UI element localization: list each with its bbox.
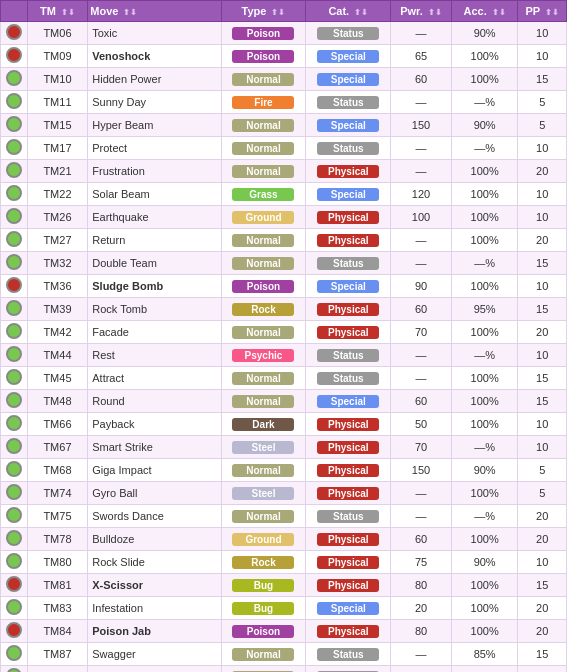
row-accuracy: 90% [451,551,518,574]
sort-pp-icon[interactable]: ⬆⬇ [545,8,559,17]
row-accuracy: 100% [451,160,518,183]
table-row[interactable]: TM44RestPsychicStatus——%10 [1,344,567,367]
table-row[interactable]: TM45AttractNormalStatus—100%15 [1,367,567,390]
table-row[interactable]: TM06ToxicPoisonStatus—90%10 [1,22,567,45]
sort-cat-icon[interactable]: ⬆⬇ [354,8,368,17]
category-badge: Special [317,119,379,132]
row-pp: 5 [518,482,567,505]
table-row[interactable]: TM80Rock SlideRockPhysical7590%10 [1,551,567,574]
row-tm: TM11 [27,91,88,114]
table-row[interactable]: TM21FrustrationNormalPhysical—100%20 [1,160,567,183]
row-category: Status [306,505,391,528]
row-accuracy: 90% [451,114,518,137]
col-tm[interactable]: TM ⬆⬇ [27,1,88,22]
category-badge: Physical [317,464,379,477]
table-row[interactable]: TM68Giga ImpactNormalPhysical15090%5 [1,459,567,482]
table-row[interactable]: TM87SwaggerNormalStatus—85%15 [1,643,567,666]
type-badge: Steel [232,441,294,454]
row-category: Physical [306,160,391,183]
type-badge: Bug [232,602,294,615]
row-pp: 10 [518,436,567,459]
row-accuracy: 100% [451,68,518,91]
table-row[interactable]: TM09VenoshockPoisonSpecial65100%10 [1,45,567,68]
row-move: Protect [88,137,221,160]
col-pp[interactable]: PP ⬆⬇ [518,1,567,22]
col-pwr[interactable]: Pwr. ⬆⬇ [391,1,452,22]
row-pp: 20 [518,321,567,344]
table-row[interactable]: TM36Sludge BombPoisonSpecial90100%10 [1,275,567,298]
row-power: 50 [391,413,452,436]
row-move: Hyper Beam [88,114,221,137]
row-accuracy: 100% [451,413,518,436]
row-power: 120 [391,183,452,206]
row-category: Status [306,137,391,160]
row-move: Swords Dance [88,505,221,528]
row-category: Physical [306,436,391,459]
sort-type-icon[interactable]: ⬆⬇ [271,8,285,17]
type-badge: Normal [232,119,294,132]
row-power: 80 [391,574,452,597]
col-move[interactable]: Move ⬆⬇ [88,1,221,22]
row-accuracy: 100% [451,275,518,298]
sort-move-icon[interactable]: ⬆⬇ [123,8,137,17]
table-row[interactable]: TM67Smart StrikeSteelPhysical70—%10 [1,436,567,459]
row-accuracy: 100% [451,482,518,505]
table-row[interactable]: TM84Poison JabPoisonPhysical80100%20 [1,620,567,643]
row-pp: 20 [518,597,567,620]
sort-tm-icon[interactable]: ⬆⬇ [61,8,75,17]
table-row[interactable]: TM75Swords DanceNormalStatus——%20 [1,505,567,528]
row-pp: 10 [518,275,567,298]
row-icon-cell [1,321,28,344]
sort-acc-icon[interactable]: ⬆⬇ [492,8,506,17]
table-row[interactable]: TM22Solar BeamGrassSpecial120100%10 [1,183,567,206]
row-category: Status [306,252,391,275]
row-move: Facade [88,321,221,344]
table-row[interactable]: TM17ProtectNormalStatus——%10 [1,137,567,160]
row-category: Status [306,344,391,367]
row-category: Special [306,114,391,137]
row-power: 75 [391,551,452,574]
row-type: Poison [221,275,306,298]
row-accuracy: —% [451,137,518,160]
row-icon-cell [1,137,28,160]
row-move: Bulldoze [88,528,221,551]
table-row[interactable]: TM32Double TeamNormalStatus——%15 [1,252,567,275]
table-row[interactable]: TM83InfestationBugSpecial20100%20 [1,597,567,620]
table-row[interactable]: TM39Rock TombRockPhysical6095%15 [1,298,567,321]
row-accuracy: —% [451,91,518,114]
table-row[interactable]: TM42FacadeNormalPhysical70100%20 [1,321,567,344]
table-row[interactable]: TM66PaybackDarkPhysical50100%10 [1,413,567,436]
row-icon [6,162,22,178]
type-badge: Normal [232,257,294,270]
row-type: Normal [221,114,306,137]
row-move: Rock Tomb [88,298,221,321]
row-move: Venoshock [88,45,221,68]
row-pp: 20 [518,505,567,528]
col-acc[interactable]: Acc. ⬆⬇ [451,1,518,22]
table-row[interactable]: TM27ReturnNormalPhysical—100%20 [1,229,567,252]
category-badge: Physical [317,533,379,546]
tm-table: TM ⬆⬇ Move ⬆⬇ Type ⬆⬇ Cat. ⬆⬇ Pwr. ⬆⬇ Ac… [0,0,567,672]
row-tm: TM36 [27,275,88,298]
row-tm: TM26 [27,206,88,229]
table-row[interactable]: TM10Hidden PowerNormalSpecial60100%15 [1,68,567,91]
table-body: TM06ToxicPoisonStatus—90%10TM09Venoshock… [1,22,567,673]
table-row[interactable]: TM81X-ScissorBugPhysical80100%15 [1,574,567,597]
row-power: 100 [391,206,452,229]
col-cat[interactable]: Cat. ⬆⬇ [306,1,391,22]
row-icon-cell [1,252,28,275]
table-row[interactable]: TM11Sunny DayFireStatus——%5 [1,91,567,114]
table-row[interactable]: TM26EarthquakeGroundPhysical100100%10 [1,206,567,229]
row-icon [6,461,22,477]
row-icon [6,277,22,293]
table-row[interactable]: TM88Sleep TalkNormalStatus——%10 [1,666,567,673]
table-row[interactable]: TM74Gyro BallSteelPhysical—100%5 [1,482,567,505]
row-power: — [391,505,452,528]
table-row[interactable]: TM78BulldozeGroundPhysical60100%20 [1,528,567,551]
col-type[interactable]: Type ⬆⬇ [221,1,306,22]
table-row[interactable]: TM15Hyper BeamNormalSpecial15090%5 [1,114,567,137]
sort-pwr-icon[interactable]: ⬆⬇ [428,8,442,17]
row-pp: 5 [518,459,567,482]
table-row[interactable]: TM48RoundNormalSpecial60100%15 [1,390,567,413]
row-power: 60 [391,298,452,321]
